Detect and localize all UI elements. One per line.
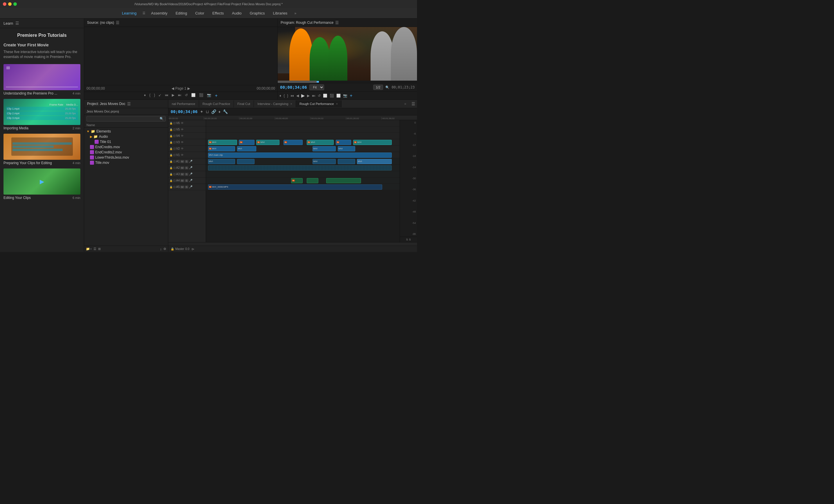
page-prev-icon[interactable]: ◀ — [172, 86, 174, 90]
clip-v2-4[interactable]: MVI — [338, 146, 355, 152]
solo-btn-a5[interactable]: S — [185, 186, 188, 188]
proj-list-view-btn[interactable]: ☰ — [93, 247, 96, 251]
lock-icon-v3[interactable]: 🔒 — [170, 141, 173, 144]
eye-icon-v1[interactable]: 👁 — [181, 154, 184, 157]
solo-btn-a2[interactable]: S — [185, 166, 188, 169]
mute-btn-a5[interactable]: M — [180, 186, 184, 188]
project-search-input[interactable] — [88, 117, 160, 121]
prog-loop-btn[interactable]: ↺ — [318, 94, 321, 98]
clip-a5-main[interactable]: fx MVI_0008.MP4 — [208, 184, 382, 190]
clip-v2-2[interactable]: MVI — [237, 146, 257, 152]
master-expand-icon[interactable]: ⊳ — [192, 247, 194, 251]
timeline-tab-rough-performance[interactable]: Rough Cut Performance × — [296, 100, 342, 107]
mute-btn-a3[interactable]: M — [180, 173, 184, 176]
prog-marker-btn[interactable]: ♦ — [280, 94, 281, 98]
lock-icon-v5[interactable]: 🔒 — [170, 128, 173, 131]
clip-a1-3[interactable]: MVI — [312, 159, 336, 164]
mute-btn-a4[interactable]: M — [180, 179, 184, 182]
timeline-menu-icon[interactable]: ☰ — [410, 100, 417, 108]
menu-item-effects[interactable]: Effects — [209, 10, 227, 17]
master-lock-icon[interactable]: 🔒 — [171, 247, 174, 251]
source-tool-add[interactable]: + — [215, 93, 217, 98]
tl-tool-snap[interactable]: ⊔ — [206, 109, 209, 114]
project-menu-icon[interactable]: ☰ — [127, 101, 131, 106]
menu-item-libraries[interactable]: Libraries — [269, 10, 291, 17]
solo-btn-a4[interactable]: S — [185, 179, 188, 182]
menu-item-assembly[interactable]: Assembly — [148, 10, 171, 17]
lock-icon-v1[interactable]: 🔒 — [170, 154, 173, 157]
tl-tool-marker[interactable]: ♦ — [219, 109, 221, 114]
prog-prev-edit-btn[interactable]: ⏮ — [290, 94, 294, 98]
mute-btn-a2[interactable]: M — [180, 166, 184, 169]
prog-safe-btn[interactable]: ⬜ — [323, 94, 327, 98]
clip-v3-5[interactable]: fxMVI — [307, 140, 334, 145]
file-item-audio[interactable]: ▶ 📁 Audio — [84, 134, 168, 139]
clip-a1-2[interactable] — [237, 159, 255, 164]
tutorial-item-2[interactable]: Frame Rate Media D... Clip 1.mp4 25,00 f… — [3, 99, 80, 130]
menu-item-learning[interactable]: Learning — [118, 10, 140, 17]
menu-item-color[interactable]: Color — [192, 10, 208, 17]
clip-a4-2[interactable] — [307, 178, 319, 183]
eye-icon-v2[interactable]: 👁 — [181, 147, 184, 150]
mute-btn-a1[interactable]: M — [180, 160, 184, 163]
clip-v2-3[interactable]: MVI — [312, 146, 336, 152]
learn-menu-icon[interactable]: ☰ — [15, 21, 19, 25]
lock-icon-a2[interactable]: 🔒 — [170, 166, 173, 169]
tl-tool-linked[interactable]: 🔗 — [211, 109, 216, 114]
lock-icon-a1[interactable]: 🔒 — [170, 160, 173, 163]
menu-more-icon[interactable]: » — [292, 10, 299, 17]
prog-next-edit-btn[interactable]: ⏭ — [312, 94, 315, 98]
eye-icon-v6[interactable]: 👁 — [181, 121, 184, 125]
clip-v2-1[interactable]: fxMVI — [208, 146, 235, 152]
lock-icon-v6[interactable]: 🔒 — [170, 122, 173, 125]
tl-tool-settings[interactable]: 🔧 — [223, 109, 228, 114]
source-tool-rew[interactable]: ⏮ — [165, 93, 168, 98]
source-tool-out[interactable]: } — [154, 93, 155, 98]
maximize-button[interactable] — [13, 2, 17, 6]
timeline-tab-nal[interactable]: nal Performance — [168, 100, 199, 107]
menu-item-editing[interactable]: Editing — [172, 10, 191, 17]
source-menu-icon[interactable]: ☰ — [116, 20, 119, 25]
lock-icon-v2[interactable]: 🔒 — [170, 147, 173, 150]
timeline-tab-rough-practice[interactable]: Rough Cut Practice — [199, 100, 234, 107]
lock-icon-a3[interactable]: 🔒 — [170, 173, 173, 176]
page-next-icon[interactable]: ▶ — [188, 86, 190, 90]
timeline-tab-more-icon[interactable]: » — [402, 100, 409, 108]
prog-step-fwd-btn[interactable]: ▶ — [307, 94, 310, 98]
prog-overwrite-btn[interactable]: ⬛ — [330, 94, 334, 98]
prog-add-btn[interactable]: + — [350, 93, 352, 98]
clip-a1-5[interactable]: MVI — [357, 159, 392, 164]
file-item-endcredits[interactable]: EndCredits.mov — [84, 144, 168, 150]
prog-play-btn[interactable]: ▶ — [301, 93, 305, 98]
source-tool-camera[interactable]: 📷 — [207, 93, 211, 98]
source-tool-in[interactable]: { — [149, 93, 150, 98]
source-tool-fwd[interactable]: ⏭ — [178, 93, 181, 98]
prog-in-btn[interactable]: { — [284, 94, 285, 98]
proj-new-bin-btn[interactable]: 📁+ — [86, 247, 92, 251]
tutorial-item-1[interactable]: Understanding the Premiere Pro ... 4 min — [3, 64, 80, 95]
program-fit-select[interactable]: Fit — [309, 84, 324, 90]
source-tool-export[interactable]: ⬛ — [199, 93, 203, 98]
clip-v3-4[interactable]: fx — [284, 140, 303, 145]
lock-icon-a4[interactable]: 🔒 — [170, 179, 173, 182]
file-item-endcredits2[interactable]: EndCredits2.mov — [84, 150, 168, 155]
timeline-tab-interview[interactable]: Interview - Caregiving × — [254, 100, 296, 107]
file-item-title01[interactable]: Title 01 — [84, 139, 168, 144]
file-item-titlemov[interactable]: Title.mov — [84, 160, 168, 165]
tutorial-item-3[interactable]: Preparing Your Clips for Editing 4 min — [3, 134, 80, 165]
proj-settings-btn[interactable]: ⚙ — [163, 247, 166, 251]
clip-a2-main[interactable] — [208, 165, 392, 170]
eye-icon-v5[interactable]: 👁 — [181, 128, 184, 131]
menu-item-audio[interactable]: Audio — [228, 10, 245, 17]
tl-tool-ripple[interactable]: ✦ — [200, 109, 203, 114]
menu-item-graphics[interactable]: Graphics — [246, 10, 268, 17]
source-tool-insert[interactable]: ↙ — [158, 93, 161, 98]
minimize-button[interactable] — [8, 2, 12, 6]
timeline-tab-close-rough[interactable]: × — [336, 102, 338, 106]
clip-v3-6[interactable]: fx — [336, 140, 351, 145]
eye-icon-v3[interactable]: 👁 — [181, 141, 184, 144]
clip-v1-main[interactable]: MVI main clip — [208, 153, 392, 158]
lock-icon-v4[interactable]: 🔒 — [170, 135, 173, 137]
prog-out-btn[interactable]: } — [287, 94, 288, 98]
file-item-lowerthirds[interactable]: LowerThirdsJess.mov — [84, 155, 168, 160]
